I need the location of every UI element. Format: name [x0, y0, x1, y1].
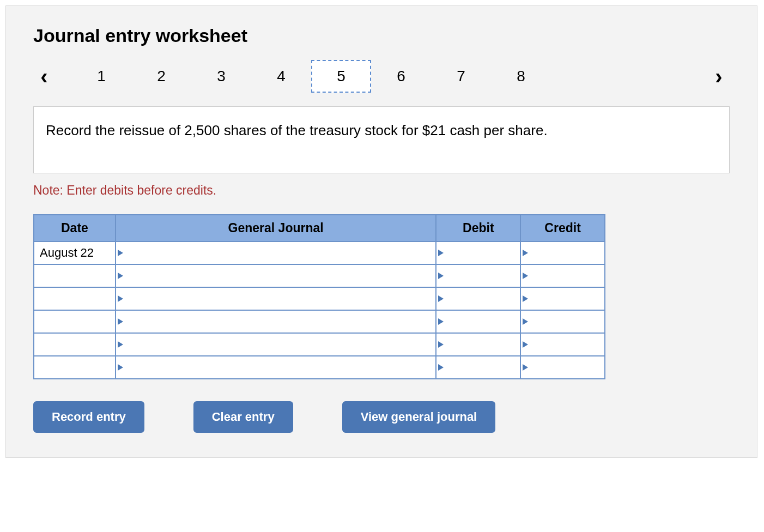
- table-row: [34, 310, 605, 333]
- cell-date[interactable]: [34, 333, 116, 356]
- dropdown-icon: [438, 364, 444, 371]
- cell-debit[interactable]: [436, 287, 520, 310]
- cell-credit[interactable]: [520, 241, 605, 264]
- cell-debit[interactable]: [436, 264, 520, 287]
- dropdown-icon: [438, 341, 444, 348]
- view-general-journal-button[interactable]: View general journal: [342, 401, 496, 433]
- button-row: Record entry Clear entry View general jo…: [33, 401, 730, 433]
- pager-item-1[interactable]: 1: [71, 60, 131, 93]
- cell-credit[interactable]: [520, 264, 605, 287]
- th-debit: Debit: [436, 215, 520, 241]
- cell-date[interactable]: [34, 264, 116, 287]
- page-title: Journal entry worksheet: [33, 25, 730, 46]
- dropdown-icon: [438, 318, 444, 325]
- dropdown-icon: [118, 273, 123, 279]
- pager-item-2[interactable]: 2: [131, 60, 191, 93]
- pager-next[interactable]: ›: [708, 64, 730, 89]
- clear-entry-button[interactable]: Clear entry: [193, 401, 293, 433]
- cell-debit[interactable]: [436, 356, 520, 379]
- table-row: August 22: [34, 241, 605, 264]
- dropdown-icon: [523, 273, 528, 279]
- dropdown-icon: [523, 295, 528, 302]
- pager: ‹ 12345678 ›: [33, 60, 730, 93]
- dropdown-icon: [438, 295, 444, 302]
- cell-credit[interactable]: [520, 356, 605, 379]
- record-entry-button[interactable]: Record entry: [33, 401, 144, 433]
- pager-item-8[interactable]: 8: [491, 60, 551, 93]
- dropdown-icon: [523, 250, 528, 256]
- cell-credit[interactable]: [520, 310, 605, 333]
- pager-numbers: 12345678: [71, 60, 551, 93]
- cell-debit[interactable]: [436, 333, 520, 356]
- cell-general-journal[interactable]: [116, 356, 436, 379]
- dropdown-icon: [118, 250, 123, 256]
- cell-credit[interactable]: [520, 333, 605, 356]
- dropdown-icon: [118, 341, 123, 348]
- pager-item-5[interactable]: 5: [311, 60, 371, 93]
- dropdown-icon: [523, 364, 528, 371]
- cell-general-journal[interactable]: [116, 241, 436, 264]
- th-credit: Credit: [520, 215, 605, 241]
- dropdown-icon: [118, 318, 123, 325]
- cell-general-journal[interactable]: [116, 333, 436, 356]
- table-row: [34, 287, 605, 310]
- worksheet-panel: Journal entry worksheet ‹ 12345678 › Rec…: [5, 5, 757, 458]
- pager-item-6[interactable]: 6: [371, 60, 431, 93]
- pager-item-4[interactable]: 4: [251, 60, 311, 93]
- dropdown-icon: [118, 295, 123, 302]
- table-row: [34, 356, 605, 379]
- table-row: [34, 333, 605, 356]
- th-general-journal: General Journal: [116, 215, 436, 241]
- cell-credit[interactable]: [520, 287, 605, 310]
- cell-date[interactable]: [34, 310, 116, 333]
- dropdown-icon: [523, 341, 528, 348]
- cell-general-journal[interactable]: [116, 310, 436, 333]
- cell-general-journal[interactable]: [116, 264, 436, 287]
- pager-prev[interactable]: ‹: [33, 64, 55, 89]
- cell-general-journal[interactable]: [116, 287, 436, 310]
- cell-date[interactable]: August 22: [34, 241, 116, 264]
- pager-item-3[interactable]: 3: [191, 60, 251, 93]
- pager-item-7[interactable]: 7: [431, 60, 491, 93]
- cell-date[interactable]: [34, 356, 116, 379]
- instruction-text: Record the reissue of 2,500 shares of th…: [46, 122, 548, 138]
- dropdown-icon: [438, 250, 444, 256]
- cell-debit[interactable]: [436, 310, 520, 333]
- journal-table: Date General Journal Debit Credit August…: [33, 214, 605, 379]
- note-text: Note: Enter debits before credits.: [33, 183, 730, 198]
- dropdown-icon: [118, 364, 123, 371]
- table-row: [34, 264, 605, 287]
- cell-debit[interactable]: [436, 241, 520, 264]
- cell-date[interactable]: [34, 287, 116, 310]
- dropdown-icon: [523, 318, 528, 325]
- th-date: Date: [34, 215, 116, 241]
- instruction-box: Record the reissue of 2,500 shares of th…: [33, 106, 730, 173]
- dropdown-icon: [438, 273, 444, 279]
